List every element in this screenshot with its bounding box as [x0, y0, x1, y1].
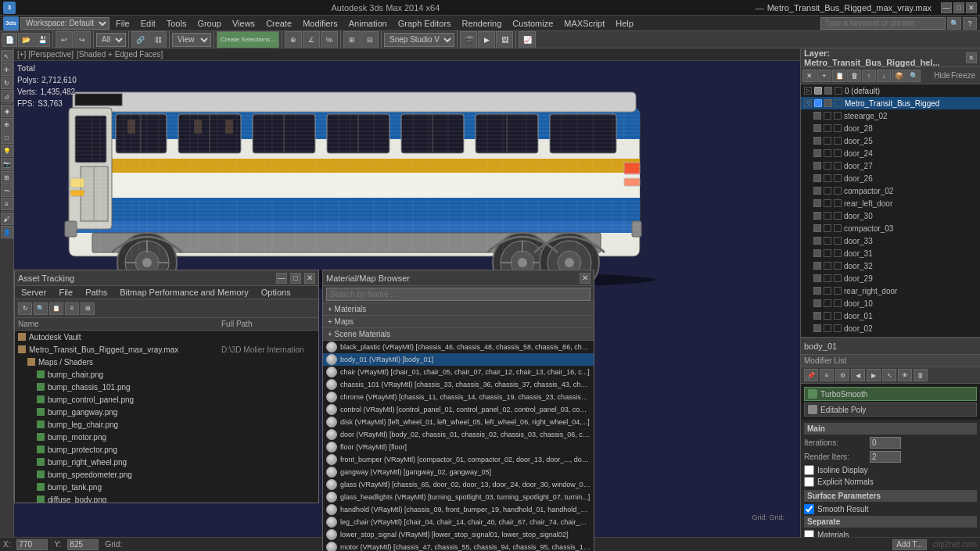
asset-item[interactable]: bump_chassis_101.png: [15, 381, 318, 393]
asset-maximize-btn[interactable]: □: [290, 273, 301, 284]
mat-section-scene[interactable]: + Scene Materials: [323, 328, 594, 341]
tool-bones[interactable]: ⊕: [1, 118, 13, 131]
menu-item-views[interactable]: Views: [228, 16, 260, 31]
menu-item-modifiers[interactable]: Modifiers: [298, 16, 343, 31]
toolbar-open[interactable]: 📂: [18, 33, 34, 47]
menu-item-maxscript[interactable]: MAXScript: [559, 16, 609, 31]
material-item[interactable]: glass (VRayMtl) [chassis_65, door_02, do…: [323, 478, 594, 491]
asset-close-btn[interactable]: ✕: [304, 273, 315, 284]
material-item[interactable]: gangway (VRayMtl) [gangway_02, gangway_0…: [323, 466, 594, 478]
layer-item[interactable]: door_29: [801, 272, 980, 284]
tool-cameras[interactable]: 📷: [1, 158, 13, 170]
tool-move[interactable]: ✛: [1, 63, 13, 76]
material-item[interactable]: body_01 (VRayMtl) [body_01]: [323, 353, 594, 366]
asset-item[interactable]: Maps / Shaders: [15, 356, 318, 368]
toolbar-link[interactable]: 🔗: [131, 31, 149, 48]
tool-populate[interactable]: 👤: [1, 226, 13, 238]
mat-section-maps[interactable]: + Maps: [323, 316, 594, 328]
material-item[interactable]: handhold (VRayMtl) [chassis_09, front_bu…: [323, 503, 594, 516]
asset-item[interactable]: diffuse_body.png: [15, 493, 318, 503]
asset-item[interactable]: bump_gangway.png: [15, 406, 318, 418]
layers-close-btn[interactable]: ✕: [966, 52, 977, 63]
section-surface[interactable]: Surface Parameters: [804, 490, 977, 502]
toolbar-curve-editor[interactable]: 📈: [519, 31, 536, 48]
toolbar-render[interactable]: ▶: [478, 31, 495, 48]
workspace-selector[interactable]: Workspace: Default: [20, 17, 109, 30]
modifier-turbosmooth[interactable]: TurboSmooth: [804, 387, 977, 401]
material-item[interactable]: disk (VRayMtl) [left_wheel_01, left_whee…: [323, 416, 594, 428]
asset-minimize-btn[interactable]: —: [276, 273, 287, 284]
render-iters-input[interactable]: [870, 451, 901, 463]
layers-btn-6[interactable]: ↓: [877, 70, 891, 82]
coord-y-input[interactable]: [67, 539, 99, 550]
menu-item-customize[interactable]: Customize: [508, 16, 558, 31]
asset-item[interactable]: bump_speedometer.png: [15, 468, 318, 481]
material-list-content[interactable]: black_plastic (VRayMtl) [chassis_46, cha…: [323, 341, 594, 551]
layer-item-metro[interactable]: ▽ Metro_Transit_Bus_Rigged: [801, 97, 980, 109]
layer-item[interactable]: door_28: [801, 122, 980, 134]
layer-item[interactable]: door_31: [801, 247, 980, 259]
maximize-btn[interactable]: □: [953, 2, 964, 13]
menu-item-help[interactable]: Help: [611, 16, 638, 31]
layer-item[interactable]: door_30: [801, 209, 980, 222]
close-btn[interactable]: ✕: [966, 2, 977, 13]
asset-item[interactable]: Metro_Transit_Bus_Rigged_max_vray.max D:…: [15, 343, 318, 356]
asset-tb-view3[interactable]: ⊞: [81, 302, 95, 315]
menu-item-edit[interactable]: Edit: [136, 16, 160, 31]
material-search-input[interactable]: [326, 288, 591, 301]
menu-item-create[interactable]: Create: [261, 16, 296, 31]
iterations-input[interactable]: [870, 437, 901, 449]
mod-icon-list[interactable]: ≡: [820, 369, 834, 381]
material-item[interactable]: lower_stop_signal (VRayMtl) [lower_stop_…: [323, 528, 594, 541]
selection-type[interactable]: All: [96, 33, 126, 47]
help-icon[interactable]: ?: [963, 17, 977, 30]
toolbar-save[interactable]: 💾: [34, 33, 50, 47]
asset-item[interactable]: bump_leg_chair.png: [15, 418, 318, 431]
layer-expand-2[interactable]: ▽: [804, 99, 812, 107]
material-item[interactable]: black_plastic (VRayMtl) [chassis_46, cha…: [323, 341, 594, 353]
toolbar-select-mode[interactable]: Create Selections...: [217, 31, 279, 48]
layer-item[interactable]: door_27: [801, 159, 980, 172]
layer-item[interactable]: steearge_02: [801, 109, 980, 122]
tool-sets[interactable]: ≡: [1, 198, 13, 210]
toolbar-percent[interactable]: %: [321, 31, 338, 48]
mod-icon-arrow-right[interactable]: ▶: [867, 369, 881, 381]
asset-menu-options[interactable]: Options: [255, 286, 297, 299]
add-t-button[interactable]: Add T...: [892, 539, 927, 550]
menu-item-animation[interactable]: Animation: [344, 16, 392, 31]
layer-expand[interactable]: ▷: [804, 87, 812, 95]
layer-item[interactable]: door_01: [801, 309, 980, 322]
material-item[interactable]: leg_chair (VRayMtl) [chair_04, chair_14,…: [323, 516, 594, 528]
layers-btn-2[interactable]: +: [817, 70, 831, 82]
menu-item-graph[interactable]: Graph Editors: [393, 16, 456, 31]
toolbar-snap[interactable]: ⊕: [285, 31, 302, 48]
material-item[interactable]: chair (VRayMtl) [chair_01, chair_05, cha…: [323, 366, 594, 378]
layers-btn-3[interactable]: 📋: [832, 70, 846, 82]
material-item[interactable]: floor (VRayMtl) [floor]: [323, 441, 594, 453]
asset-menu-paths[interactable]: Paths: [79, 286, 113, 299]
asset-tb-refresh[interactable]: ↻: [18, 302, 32, 315]
tool-paint[interactable]: 🖌: [1, 213, 13, 225]
layers-btn-8[interactable]: 🔍: [906, 70, 921, 82]
minimize-btn[interactable]: —: [941, 2, 952, 13]
tool-lights[interactable]: 💡: [1, 145, 13, 157]
tool-select[interactable]: ↖: [1, 50, 13, 63]
asset-tb-view2[interactable]: ≡: [65, 302, 79, 315]
toolbar-angle[interactable]: ∠: [303, 31, 320, 48]
toolbar-align[interactable]: ⊟: [361, 31, 379, 48]
mod-icon-delete[interactable]: 🗑: [914, 369, 928, 381]
layer-item[interactable]: door_02: [801, 322, 980, 335]
material-item[interactable]: glass_headlights (VRayMtl) [turning_spot…: [323, 491, 594, 503]
asset-item[interactable]: bump_right_wheel.png: [15, 456, 318, 468]
layer-item[interactable]: door_10: [801, 297, 980, 309]
section-main[interactable]: Main: [804, 423, 977, 435]
asset-item[interactable]: bump_protector.png: [15, 443, 318, 456]
asset-tb-find[interactable]: 🔍: [34, 302, 48, 315]
tool-helpers[interactable]: ⊞: [1, 171, 13, 184]
modifier-editpoly[interactable]: Editable Poly: [804, 403, 977, 417]
layer-item[interactable]: door_32: [801, 259, 980, 272]
layers-list[interactable]: ▷ 0 (default) ▽ Metro_Transit_Bus_Rigged: [801, 84, 980, 337]
material-item[interactable]: control (VRayMtl) [control_panel_01, con…: [323, 403, 594, 416]
asset-item[interactable]: bump_control_panel.png: [15, 393, 318, 406]
menu-item-tools[interactable]: Tools: [162, 16, 192, 31]
